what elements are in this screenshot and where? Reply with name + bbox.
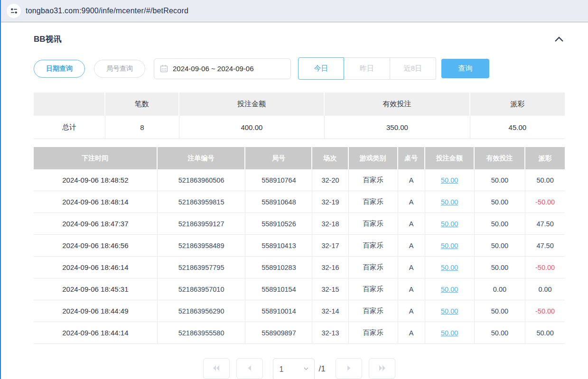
bet-amount-cell: 50.00 xyxy=(425,322,475,344)
date-query-tab[interactable]: 日期查询 xyxy=(34,60,85,78)
valid-cell: 50.00 xyxy=(475,300,525,322)
payout-cell: -50.00 xyxy=(525,191,565,213)
bet-table-header-cell: 有效投注 xyxy=(475,147,525,169)
game-cell: 百家乐 xyxy=(349,278,398,300)
summary-row-label: 总计 xyxy=(34,116,105,139)
valid-cell: 50.00 xyxy=(475,169,525,191)
table-code-cell: A xyxy=(398,257,425,278)
next-page-button[interactable] xyxy=(336,358,362,379)
bet-amount-cell: 50.00 xyxy=(425,300,475,322)
summary-value-cell: 8 xyxy=(105,116,179,139)
quick-range-button-2[interactable]: 昨日 xyxy=(344,57,390,80)
bet-table-row: 2024-09-06 18:48:52521863960506558910764… xyxy=(34,169,565,191)
time-cell: 2024-09-06 18:48:14 xyxy=(34,191,158,213)
table-code-cell: A xyxy=(398,213,425,235)
session-cell: 32-15 xyxy=(312,278,348,300)
round-id-cell: 558910413 xyxy=(245,235,312,257)
round-query-tab[interactable]: 局号查询 xyxy=(94,60,145,78)
time-cell: 2024-09-06 18:46:56 xyxy=(34,235,158,257)
first-page-button[interactable] xyxy=(203,358,230,379)
url-text[interactable]: tongbao31.com:9900/infe/mcenter/#/betRec… xyxy=(26,7,188,15)
session-cell: 32-16 xyxy=(312,257,348,278)
panel-header: BB视讯 xyxy=(34,22,565,45)
bet-amount-link[interactable]: 50.00 xyxy=(441,220,458,228)
game-cell: 百家乐 xyxy=(349,213,398,235)
time-cell: 2024-09-06 18:44:14 xyxy=(34,322,158,344)
bet-amount-link[interactable]: 50.00 xyxy=(441,329,458,337)
game-cell: 百家乐 xyxy=(349,235,398,257)
summary-value-cell: 350.00 xyxy=(325,116,470,139)
page-title: BB视讯 xyxy=(34,34,62,45)
table-code-cell: A xyxy=(398,191,425,213)
bet-amount-cell: 50.00 xyxy=(425,169,475,191)
game-cell: 百家乐 xyxy=(349,191,398,213)
bet-table-row: 2024-09-06 18:46:14521863957795558910283… xyxy=(34,257,565,278)
bet-table-header-cell: 下注时间 xyxy=(34,147,158,169)
payout-cell: 47.50 xyxy=(525,213,565,235)
page-select[interactable]: 1 xyxy=(273,358,315,379)
search-button[interactable]: 查询 xyxy=(441,59,489,78)
page: tongbao31.com:9900/infe/mcenter/#/betRec… xyxy=(0,0,588,379)
total-pages-label: /1 xyxy=(318,364,325,374)
order-id-cell: 521863957010 xyxy=(158,278,246,300)
pagination: 1 /1 xyxy=(34,358,565,379)
bet-amount-link[interactable]: 50.00 xyxy=(441,242,458,250)
round-id-cell: 558910154 xyxy=(245,278,312,300)
quick-range-button-1[interactable]: 今日 xyxy=(298,57,344,80)
game-cell: 百家乐 xyxy=(349,322,398,344)
bet-table-row: 2024-09-06 18:48:14521863959815558910648… xyxy=(34,191,565,213)
round-id-cell: 558910648 xyxy=(245,191,312,213)
arrow-right-icon xyxy=(345,364,353,373)
date-range-picker[interactable]: 2024-09-06 ~ 2024-09-06 xyxy=(154,58,291,79)
prev-page-button[interactable] xyxy=(236,358,263,379)
payout-cell: -50.00 xyxy=(525,300,565,322)
session-cell: 32-17 xyxy=(312,235,348,257)
bet-table-header-cell: 投注金额 xyxy=(425,147,475,169)
arrow-left-icon xyxy=(246,364,253,373)
bet-amount-link[interactable]: 50.00 xyxy=(441,264,458,271)
bet-amount-link[interactable]: 50.00 xyxy=(441,286,458,293)
bet-amount-link[interactable]: 50.00 xyxy=(441,198,458,206)
order-id-cell: 521863956290 xyxy=(158,300,246,322)
table-code-cell: A xyxy=(398,235,425,257)
summary-table: 笔数投注金额有效投注派彩 总计8400.00350.0045.00 xyxy=(34,92,565,139)
time-cell: 2024-09-06 18:48:52 xyxy=(34,169,158,191)
table-code-cell: A xyxy=(398,300,425,322)
summary-header-row: 笔数投注金额有效投注派彩 xyxy=(34,92,565,116)
chevron-up-icon[interactable] xyxy=(553,35,565,44)
summary-header-cell xyxy=(34,92,105,116)
browser-url-bar: tongbao31.com:9900/infe/mcenter/#/betRec… xyxy=(1,0,588,22)
round-id-cell: 558910283 xyxy=(245,257,312,278)
bet-table-header-cell: 场次 xyxy=(312,147,348,169)
bet-amount-cell: 50.00 xyxy=(425,278,475,300)
time-cell: 2024-09-06 18:47:37 xyxy=(34,213,158,235)
round-id-cell: 558910764 xyxy=(245,169,312,191)
table-code-cell: A xyxy=(398,278,425,300)
site-settings-icon[interactable] xyxy=(7,4,21,18)
summary-value-cell: 45.00 xyxy=(470,116,565,139)
payout-cell: -50.00 xyxy=(525,257,565,278)
bet-table-row: 2024-09-06 18:45:31521863957010558910154… xyxy=(34,278,565,300)
quick-range-button-3[interactable]: 近8日 xyxy=(390,57,436,80)
payout-cell: 50.00 xyxy=(525,169,565,191)
bet-amount-link[interactable]: 50.00 xyxy=(441,307,458,315)
quick-range-group: 今日昨日近8日 xyxy=(298,57,436,80)
payout-cell: 0.00 xyxy=(525,278,565,300)
double-arrow-right-icon xyxy=(377,364,387,373)
order-id-cell: 521863959815 xyxy=(158,191,246,213)
session-cell: 32-20 xyxy=(312,169,348,191)
summary-total-row: 总计8400.00350.0045.00 xyxy=(34,116,565,139)
bet-amount-link[interactable]: 50.00 xyxy=(441,176,458,184)
order-id-cell: 521863958489 xyxy=(158,235,246,257)
round-id-cell: 558910526 xyxy=(245,213,312,235)
bet-table-row: 2024-09-06 18:44:49521863956290558910014… xyxy=(34,300,565,322)
bet-table-header-cell: 局号 xyxy=(245,147,312,169)
page-select-value: 1 xyxy=(279,365,283,374)
valid-cell: 50.00 xyxy=(475,257,525,278)
bet-amount-cell: 50.00 xyxy=(425,235,475,257)
last-page-button[interactable] xyxy=(369,358,395,379)
game-cell: 百家乐 xyxy=(349,257,398,278)
bet-amount-cell: 50.00 xyxy=(425,213,475,235)
valid-cell: 50.00 xyxy=(475,235,525,257)
table-code-cell: A xyxy=(398,169,425,191)
